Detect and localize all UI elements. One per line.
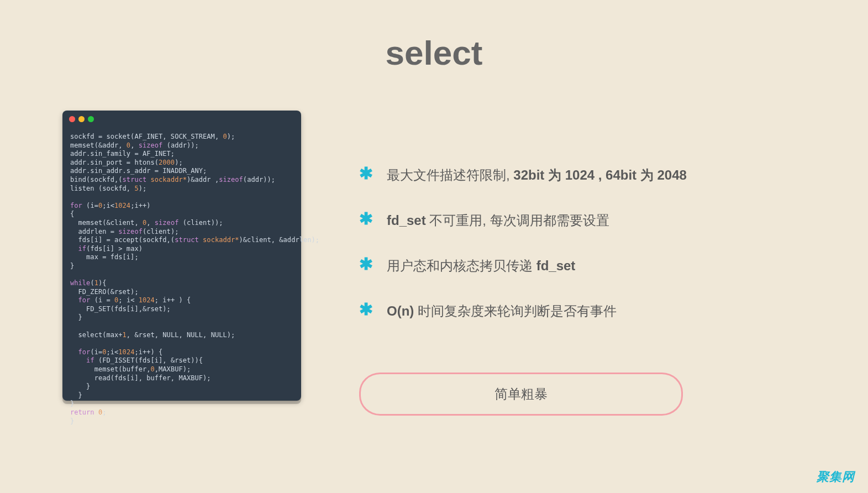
bullet-item: ✱ 最大文件描述符限制, 32bit 为 1024 , 64bit 为 2048 [359,166,807,185]
close-icon [69,116,75,122]
bullet-list: ✱ 最大文件描述符限制, 32bit 为 1024 , 64bit 为 2048… [359,166,807,347]
window-controls [69,116,94,122]
zoom-icon [88,116,94,122]
asterisk-icon: ✱ [359,211,373,227]
bullet-text: 用户态和内核态拷贝传递 fd_set [387,256,575,275]
minimize-icon [78,116,85,122]
bullet-text: 最大文件描述符限制, 32bit 为 1024 , 64bit 为 2048 [387,166,687,185]
slide-title: select [0,33,868,72]
asterisk-icon: ✱ [359,165,373,182]
bullet-text: fd_set 不可重用, 每次调用都需要设置 [387,211,609,230]
bullet-item: ✱ fd_set 不可重用, 每次调用都需要设置 [359,211,807,230]
bullet-item: ✱ 用户态和内核态拷贝传递 fd_set [359,256,807,275]
code-block: sockfd = socket(AF_INET, SOCK_STREAM, 0)… [70,133,296,394]
asterisk-icon: ✱ [359,256,373,272]
asterisk-icon: ✱ [359,301,373,318]
watermark: 聚集网 [817,469,855,485]
code-window: sockfd = socket(AF_INET, SOCK_STREAM, 0)… [62,111,301,401]
bullet-text: O(n) 时间复杂度来轮询判断是否有事件 [387,302,617,321]
summary-badge: 简单粗暴 [359,373,683,416]
bullet-item: ✱ O(n) 时间复杂度来轮询判断是否有事件 [359,302,807,321]
slide: select sockfd = socket(AF_INET, SOCK_STR… [0,0,868,493]
